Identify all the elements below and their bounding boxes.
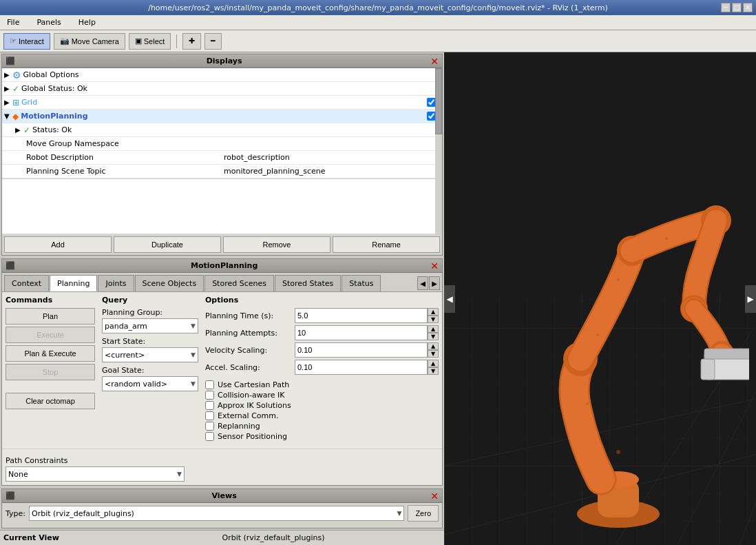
tab-status[interactable]: Status (342, 275, 381, 291)
displays-panel-close[interactable]: ✕ (430, 56, 439, 67)
start-state-dropdown[interactable]: <current> ▼ (102, 347, 198, 362)
minimize-button[interactable]: ─ (721, 3, 731, 12)
execute-button[interactable]: Execute (6, 327, 95, 343)
planning-group-arrow: ▼ (191, 322, 196, 329)
tree-row-global-status[interactable]: ▶ ✓ Global Status: Ok (2, 82, 442, 96)
tab-next-arrow[interactable]: ▶ (429, 276, 440, 290)
remove-display-button[interactable]: Remove (223, 236, 330, 253)
velocity-scaling-up[interactable]: ▲ (428, 342, 439, 350)
planning-group-dropdown[interactable]: panda_arm ▼ (102, 318, 198, 333)
goal-state-label: Goal State: (102, 366, 198, 375)
arrow-global-status[interactable]: ▶ (4, 85, 12, 92)
accel-scaling-up[interactable]: ▲ (428, 360, 439, 367)
icon-global-options: ⚙ (12, 70, 21, 81)
displays-scrollbar-thumb[interactable] (435, 68, 442, 134)
velocity-scaling-label: Velocity Scaling: (205, 346, 295, 355)
stop-button[interactable]: Stop (6, 364, 95, 380)
rename-display-button[interactable]: Rename (333, 236, 440, 253)
views-zero-button[interactable]: Zero (408, 505, 439, 522)
duplicate-display-button[interactable]: Duplicate (114, 236, 221, 253)
path-constraints-dropdown[interactable]: None ▼ (6, 466, 185, 482)
viewport-collapse-left[interactable]: ◀ (444, 285, 455, 313)
window-controls[interactable]: ─ □ ✕ (721, 3, 753, 12)
arrow-status[interactable]: ▶ (15, 126, 23, 134)
commands-column: Commands Plan Execute Plan & Execute Sto… (6, 296, 95, 445)
views-type-value: Orbit (rviz_default_plugins) (32, 509, 134, 518)
planning-time-input[interactable] (295, 308, 428, 323)
motion-panel-title: MotionPlanning (191, 261, 258, 270)
tree-row-motion-planning[interactable]: ▼ ◆ MotionPlanning (2, 110, 442, 123)
external-comm-label: External Comm. (218, 411, 278, 420)
menu-panels[interactable]: Panels (33, 17, 64, 28)
add-display-button[interactable]: Add (4, 236, 112, 253)
path-constraints-arrow: ▼ (177, 471, 182, 477)
planning-attempts-up[interactable]: ▲ (428, 325, 439, 333)
tab-planning[interactable]: Planning (50, 275, 97, 291)
tab-joints[interactable]: Joints (98, 275, 134, 291)
velocity-scaling-input[interactable] (295, 342, 428, 358)
tree-row-global-options[interactable]: ▶ ⚙ Global Options (2, 68, 442, 82)
add-tool-button[interactable]: ✚ (182, 33, 201, 50)
planning-time-down[interactable]: ▼ (428, 316, 439, 323)
arrow-motion-planning[interactable]: ▼ (4, 112, 12, 120)
motion-panel-close[interactable]: ✕ (430, 260, 439, 271)
tree-row-move-group[interactable]: Move Group Namespace (2, 137, 442, 151)
plan-execute-button[interactable]: Plan & Execute (6, 345, 95, 362)
interact-button[interactable]: ☞ Interact (3, 33, 50, 50)
viewport-3d[interactable]: ◀ ▶ (444, 52, 756, 545)
sensor-positioning-checkbox[interactable] (205, 432, 214, 441)
replanning-checkbox[interactable] (205, 422, 214, 431)
accel-scaling-input[interactable] (295, 360, 428, 375)
tab-stored-states[interactable]: Stored States (275, 275, 341, 291)
menu-file[interactable]: File (3, 17, 23, 28)
planning-attempts-down[interactable]: ▼ (428, 333, 439, 340)
title-text: /home/user/ros2_ws/install/my_panda_move… (148, 3, 608, 12)
approx-ik-checkbox[interactable] (205, 401, 214, 410)
displays-tree: ▶ ⚙ Global Options ▶ ✓ Global Status: Ok (2, 68, 442, 179)
tab-scene-objects[interactable]: Scene Objects (135, 275, 204, 291)
arrow-grid[interactable]: ▶ (4, 99, 12, 106)
remove-tool-button[interactable]: ━ (204, 33, 222, 50)
collision-aware-checkbox[interactable] (205, 391, 214, 400)
motion-planning-panel: ⬛ MotionPlanning ✕ Context Planning Join… (1, 258, 443, 486)
icon-global-status: ✓ (12, 84, 19, 94)
external-comm-checkbox[interactable] (205, 411, 214, 420)
accel-scaling-label: Accel. Scaling: (205, 363, 295, 372)
move-camera-button[interactable]: 📷 Move Camera (54, 33, 125, 50)
displays-panel-header: ⬛ Displays ✕ (2, 54, 442, 68)
velocity-scaling-down[interactable]: ▼ (428, 350, 439, 358)
menu-help[interactable]: Help (75, 17, 99, 28)
velocity-scaling-row: Velocity Scaling: ▲ ▼ (205, 342, 439, 358)
tree-row-robot-desc[interactable]: Robot Description robot_description (2, 151, 442, 165)
close-button[interactable]: ✕ (743, 3, 753, 12)
views-panel: ⬛ Views ✕ Type: Orbit (rviz_default_plug… (1, 489, 443, 528)
maximize-button[interactable]: □ (732, 3, 742, 12)
tree-row-planning-scene[interactable]: Planning Scene Topic monitored_planning_… (2, 165, 442, 178)
tree-row-grid[interactable]: ▶ ⊞ Grid (2, 96, 442, 110)
planning-group-label: Planning Group: (102, 308, 198, 317)
planning-attempts-input[interactable] (295, 325, 428, 340)
tab-context[interactable]: Context (4, 275, 49, 291)
toolbar-sep-1 (176, 34, 177, 48)
tab-stored-scenes[interactable]: Stored Scenes (204, 275, 274, 291)
clear-octomap-button[interactable]: Clear octomap (6, 393, 95, 409)
tab-scroll-arrows: ◀ ▶ (417, 275, 440, 291)
select-button[interactable]: ▣ Select (129, 33, 171, 50)
main-layout: ⬛ Displays ✕ ▶ ⚙ Global Options (0, 52, 756, 545)
views-panel-close[interactable]: ✕ (430, 491, 439, 502)
tree-row-status[interactable]: ▶ ✓ Status: Ok (2, 123, 442, 137)
plan-button[interactable]: Plan (6, 308, 95, 325)
goal-state-dropdown[interactable]: <random valid> ▼ (102, 376, 198, 391)
tab-prev-arrow[interactable]: ◀ (417, 276, 428, 290)
views-type-dropdown[interactable]: Orbit (rviz_default_plugins) ▼ (29, 506, 404, 521)
accel-scaling-row: Accel. Scaling: ▲ ▼ (205, 360, 439, 375)
displays-scrollbar[interactable] (435, 68, 442, 234)
accel-scaling-down[interactable]: ▼ (428, 367, 439, 375)
planning-time-up[interactable]: ▲ (428, 308, 439, 316)
viewport-collapse-right[interactable]: ▶ (745, 285, 756, 313)
svg-point-27 (617, 278, 620, 281)
use-cartesian-label: Use Cartesian Path (218, 380, 289, 389)
use-cartesian-checkbox[interactable] (205, 380, 214, 389)
arrow-global-options[interactable]: ▶ (4, 71, 12, 79)
views-type-arrow: ▼ (397, 510, 401, 517)
